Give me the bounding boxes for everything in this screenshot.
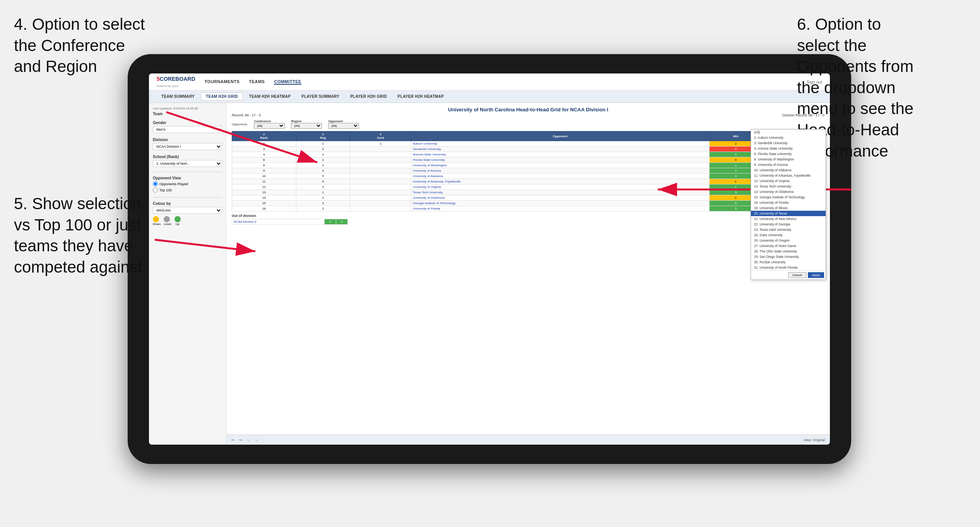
forward-button[interactable]: → xyxy=(254,438,260,442)
table-row: 6 2 Florida State University 4 2 xyxy=(232,157,824,163)
cell-opponent: Florida State University xyxy=(411,157,709,163)
table-row: 11 6 University of Arkansas, Fayettevill… xyxy=(232,179,824,184)
sidebar-radio-group: Opponents Played Top 100 xyxy=(153,181,222,193)
dropdown-item[interactable]: 30. Purdue University xyxy=(751,259,826,265)
sidebar-radio-top100[interactable]: Top 100 xyxy=(153,188,222,193)
dropdown-item[interactable]: 27. University of Notre Dame xyxy=(751,243,826,249)
filter-region-select[interactable]: (All) xyxy=(291,123,322,129)
dropdown-item[interactable]: 13. Texas Tech University xyxy=(751,184,826,189)
opponent-dropdown[interactable]: (All)2. Auburn University3. Vanderbilt U… xyxy=(751,129,826,280)
filter-conference-select[interactable]: (All) xyxy=(254,123,285,129)
out-cell-opponent: NCAA Division II xyxy=(232,219,325,225)
out-cell-win: 1 xyxy=(325,219,336,225)
sidebar-colour-select[interactable]: Win/Loss xyxy=(153,207,222,214)
cell-opponent: Georgia Institute of Technology xyxy=(411,201,709,206)
cell-reg: 6 xyxy=(296,179,350,184)
table-row: 13 1 Texas Tech University 3 0 xyxy=(232,190,824,195)
colour-up-circle xyxy=(174,216,181,222)
dropdown-item[interactable]: 31. University of North Florida xyxy=(751,265,826,270)
dropdown-item[interactable]: 12. University of Virginia xyxy=(751,178,826,184)
dropdown-item[interactable]: (All) xyxy=(751,130,826,135)
cell-opponent: University of Washington xyxy=(411,163,709,168)
grid-record: Record: 89 - 17 - 0 xyxy=(232,113,261,117)
sidebar-colour-section: Colour by Win/Loss Down Level xyxy=(153,201,222,226)
dropdown-item[interactable]: 28. The Ohio State University xyxy=(751,249,826,254)
sidebar-radio-opponents-played[interactable]: Opponents Played xyxy=(153,181,222,186)
tab-player-summary[interactable]: PLAYER SUMMARY xyxy=(297,93,344,100)
dropdown-item[interactable]: 20. University of Texas xyxy=(751,211,826,216)
col-opponent: Opponent xyxy=(411,131,709,141)
grid-area: University of North Carolina Head-to-Hea… xyxy=(226,103,830,445)
cell-reg: 1 xyxy=(296,190,350,195)
annotation-bottom-left: 5. Show selectionvs Top 100 or justteams… xyxy=(14,193,142,278)
cell-opponent: University of Arkansas, Fayetteville xyxy=(411,179,709,184)
dropdown-item[interactable]: 25. University of Oregon xyxy=(751,238,826,243)
tab-player-h2h-grid[interactable]: PLAYER H2H GRID xyxy=(345,93,392,100)
dropdown-item[interactable]: 29. San Diego State University xyxy=(751,254,826,259)
grid-title: University of North Carolina Head-to-Hea… xyxy=(232,107,824,113)
cell-conf xyxy=(350,184,411,190)
cell-reg: 2 xyxy=(296,206,350,211)
timestamp: Last Updated: 4/2/2024 16:55:38 xyxy=(153,107,222,110)
cell-reg: 2 xyxy=(296,195,350,201)
cancel-button[interactable]: Cancel xyxy=(788,272,806,278)
sidebar-opponent-view-section: Opponent View Opponents Played Top 100 xyxy=(153,176,222,193)
redo-button[interactable]: ↪ xyxy=(238,438,243,442)
nav-tournaments[interactable]: TOURNAMENTS xyxy=(205,79,240,85)
sidebar-division-select[interactable]: NCAA Division I xyxy=(153,143,222,150)
sidebar-team-label: Team xyxy=(153,112,222,116)
sidebar-team-section: Team xyxy=(153,112,222,116)
dropdown-item[interactable]: 4. Arizona State University xyxy=(751,146,826,151)
dropdown-item[interactable]: 3. Vanderbilt University xyxy=(751,140,826,146)
dropdown-item[interactable]: 9. University of Arizona xyxy=(751,162,826,167)
cell-conf: 1 xyxy=(350,141,411,147)
tab-player-h2h-heatmap[interactable]: PLAYER H2H HEATMAP xyxy=(393,93,448,100)
dropdown-item[interactable]: 23. Texas A&M University xyxy=(751,227,826,232)
tab-team-summary[interactable]: TEAM SUMMARY xyxy=(157,93,199,100)
back-button[interactable]: ← xyxy=(246,438,251,442)
cell-conf xyxy=(350,163,411,168)
view-original[interactable]: View: Original xyxy=(802,438,826,442)
colour-level-circle xyxy=(164,216,170,222)
nav-teams[interactable]: TEAMS xyxy=(249,79,265,85)
cell-reg: 3 xyxy=(296,184,350,190)
nav-committee[interactable]: COMMITTEE xyxy=(274,79,301,85)
undo-button[interactable]: ↩ xyxy=(230,438,236,442)
colour-down-label: Down xyxy=(153,222,161,226)
cell-conf xyxy=(350,206,411,211)
cell-reg: 2 xyxy=(296,147,350,152)
cell-rank: 12 xyxy=(232,184,296,190)
tab-team-h2h-grid[interactable]: TEAM H2H GRID xyxy=(201,92,243,101)
table-row: 14 2 University of Oklahoma 2 2 xyxy=(232,195,824,201)
dropdown-item[interactable]: 11. University of Arkansas, Fayetteville xyxy=(751,173,826,178)
dropdown-item[interactable]: 15. Georgia Institute of Technology xyxy=(751,194,826,200)
dropdown-item[interactable]: 6. Florida State University xyxy=(751,151,826,157)
dropdown-buttons: Cancel Apply xyxy=(751,270,826,280)
sidebar: Last Updated: 4/2/2024 16:55:38 Team Gen… xyxy=(149,103,226,445)
cell-reg: 2 xyxy=(296,157,350,163)
dropdown-item[interactable]: 24. Duke University xyxy=(751,232,826,238)
cell-conf xyxy=(350,195,411,201)
dropdown-item[interactable]: 14. University of Oklahoma xyxy=(751,189,826,194)
cell-rank: 16 xyxy=(232,206,296,211)
col-reg: #Reg xyxy=(296,131,350,141)
dropdown-item[interactable]: 22. University of Georgia xyxy=(751,222,826,227)
sidebar-gender-select[interactable]: Men's xyxy=(153,126,222,133)
sidebar-school-select[interactable]: 1. University of Nort... xyxy=(153,160,222,167)
cell-reg: 3 xyxy=(296,168,350,174)
sidebar-school-section: School (Rank) 1. University of Nort... xyxy=(153,155,222,167)
out-division-body: NCAA Division II 1 0 xyxy=(232,219,348,225)
cell-rank: 10 xyxy=(232,174,296,179)
dropdown-item[interactable]: 2. Auburn University xyxy=(751,135,826,140)
dropdown-item[interactable]: 10. University of Alabama xyxy=(751,167,826,173)
dropdown-item[interactable]: 16. University of Florida xyxy=(751,200,826,205)
dropdown-item[interactable]: 8. University of Washington xyxy=(751,157,826,162)
dropdown-item[interactable]: 18. University of Illinois xyxy=(751,205,826,211)
filter-opponent-select[interactable]: (All) xyxy=(328,123,359,129)
colour-up-label: Up xyxy=(174,222,181,226)
dropdown-item[interactable]: 21. University of New Mexico xyxy=(751,216,826,222)
table-row: 8 2 University of Washington 1 0 xyxy=(232,163,824,168)
nav-bar: 5COREBOARD Powered by Sport TOURNAMENTS … xyxy=(149,73,830,90)
tab-team-h2h-heatmap[interactable]: TEAM H2H HEATMAP xyxy=(245,93,295,100)
apply-button[interactable]: Apply xyxy=(808,272,824,278)
